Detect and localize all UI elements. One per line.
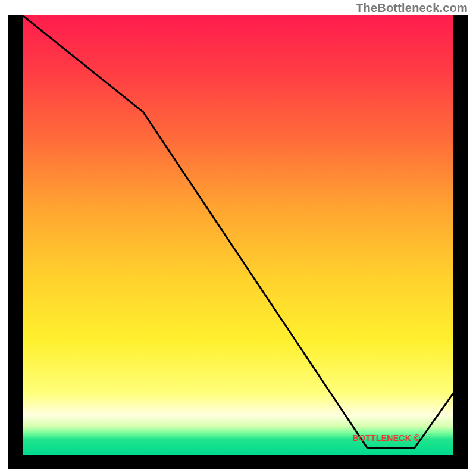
chart-container: TheBottleneck.com BOTTLENECK © — [0, 0, 476, 476]
plot-frame: BOTTLENECK © — [8, 15, 468, 469]
plot-area: BOTTLENECK © — [23, 15, 453, 455]
line-series — [23, 15, 453, 455]
watermark-label: BOTTLENECK © — [353, 433, 420, 443]
bottleneck-curve-path — [23, 15, 453, 448]
attribution-label: TheBottleneck.com — [356, 1, 468, 15]
